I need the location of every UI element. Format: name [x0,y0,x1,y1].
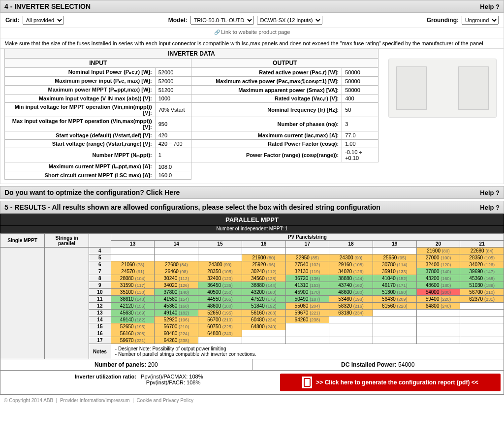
config-cell[interactable]: 60750 (225) [198,323,242,330]
config-cell[interactable]: 37800 (140) [416,268,460,275]
config-cell[interactable]: 34020 (126) [460,261,504,268]
config-cell[interactable]: 56430 (209) [373,296,416,303]
config-cell[interactable]: 49140 (182) [111,316,155,323]
config-cell[interactable]: 52650 (195) [111,323,155,330]
config-cell[interactable]: 30240 (112) [155,275,198,282]
config-cell[interactable]: 28350 (105) [460,254,504,261]
config-cell[interactable]: 21600 (80) [242,254,285,261]
config-cell[interactable]: 21600 (80) [416,248,460,254]
config-cell[interactable]: 24300 (90) [329,254,373,261]
config-cell[interactable]: 34560 (128) [242,275,285,282]
config-cell[interactable]: 44550 (165) [198,296,242,303]
product-page-link[interactable]: Link to website product page [0,28,504,38]
config-cell[interactable]: 56160 (208) [111,330,155,337]
config-cell[interactable]: 64800 (240) [416,303,460,310]
config-cell[interactable]: 22680 (84) [460,248,504,254]
config-cell[interactable]: 38880 (144) [329,275,373,282]
footer-link-1[interactable]: Provider information/Impressum [60,398,130,403]
config-cell[interactable]: 64260 (238) [285,316,329,323]
config-cell[interactable]: 38610 (143) [111,296,155,303]
model-select[interactable]: TRIO-50.0-TL-OUTD [190,16,254,25]
help-link-4[interactable]: Help ? [480,3,500,10]
config-cell[interactable]: 51300 (190) [373,289,416,296]
config-cell[interactable]: 54000 (200) [416,289,460,296]
config-cell[interactable]: 22950 (85) [285,254,329,261]
config-cell[interactable]: 45360 (168) [155,303,198,310]
config-cell[interactable]: 60480 (224) [155,330,198,337]
config-cell[interactable]: 47520 (176) [242,296,285,303]
config-cell[interactable]: 41310 (153) [285,282,329,289]
config-cell[interactable]: 24570 (91) [111,268,155,275]
config-cell[interactable]: 56700 (210) [155,323,198,330]
config-cell[interactable]: 48600 (180) [198,303,242,310]
config-cell[interactable]: 64260 (238) [155,337,198,344]
config-cell[interactable]: 41040 (152) [373,275,416,282]
generate-pdf-button[interactable]: >> Click here to generate the configurat… [280,374,501,391]
config-cell[interactable]: 38880 (144) [242,282,285,289]
footer-link-2[interactable]: Cookie and Privacy Policy [136,398,193,403]
config-cell[interactable]: 50490 (187) [285,296,329,303]
config-cell[interactable]: 56700 (210) [198,316,242,323]
config-cell[interactable]: 30240 (112) [242,268,285,275]
help-link-opt[interactable]: Help ? [480,189,500,196]
config-cell[interactable]: 48600 (180) [329,289,373,296]
config-cell[interactable]: 52650 (195) [198,310,242,316]
config-cell[interactable]: 40500 (150) [198,289,242,296]
config-cell[interactable]: 46170 (171) [373,282,416,289]
config-cell[interactable]: 26460 (98) [155,268,198,275]
config-cell[interactable]: 35100 (130) [111,289,155,296]
config-cell[interactable]: 41580 (154) [155,296,198,303]
config-cell[interactable]: 27000 (100) [416,254,460,261]
config-cell[interactable]: 63180 (234) [329,310,373,316]
config-cell[interactable]: 39690 (147) [460,268,504,275]
config-cell[interactable]: 45900 (170) [285,289,329,296]
config-cell[interactable]: 43740 (162) [329,282,373,289]
config-cell[interactable]: 36720 (136) [285,275,329,282]
config-cell[interactable]: 43200 (160) [242,289,285,296]
config-cell[interactable]: 32130 (119) [285,268,329,275]
config-cell[interactable]: 45360 (168) [460,275,504,282]
config-cell[interactable]: 64800 (240) [198,330,242,337]
config-cell[interactable]: 59670 (221) [111,337,155,344]
config-cell[interactable]: 30780 (114) [373,261,416,268]
config-cell[interactable]: 59400 (220) [416,296,460,303]
config-cell[interactable]: 58320 (216) [329,303,373,310]
config-cell[interactable]: 51030 (189) [460,282,504,289]
config-cell[interactable]: 22680 (84) [155,261,198,268]
config-cell[interactable]: 55080 (204) [285,303,329,310]
config-cell[interactable]: 52920 (196) [155,316,198,323]
grounding-select[interactable]: Unground [462,16,499,25]
config-cell[interactable]: 60480 (224) [242,316,285,323]
config-cell[interactable]: 32400 (120) [416,261,460,268]
config-cell[interactable]: 42120 (156) [111,303,155,310]
config-cell[interactable]: 21060 (78) [111,261,155,268]
config-cell[interactable]: 62370 (231) [460,296,504,303]
config-cell[interactable]: 37800 (140) [155,289,198,296]
config-cell[interactable]: 28350 (105) [198,268,242,275]
config-cell[interactable]: 48600 (180) [416,282,460,289]
config-cell[interactable]: 35910 (133) [373,268,416,275]
config-cell[interactable]: 31590 (117) [111,282,155,289]
config-cell[interactable]: 27540 (102) [285,261,329,268]
variant-select[interactable]: DCWB-SX (12 inputs) [257,16,322,25]
config-cell[interactable]: 61560 (228) [373,303,416,310]
config-cell[interactable]: 43200 (160) [416,275,460,282]
grid-select[interactable]: All provided [23,16,64,25]
optimize-bar[interactable]: Do you want to optmize the configuration… [0,186,504,199]
config-cell[interactable]: 49140 (182) [155,310,198,316]
config-cell[interactable]: 28080 (104) [111,275,155,282]
optimize-text[interactable]: Do you want to optmize the configuration… [4,189,180,196]
config-cell[interactable]: 45630 (169) [111,310,155,316]
config-cell[interactable]: 29160 (108) [329,261,373,268]
config-cell[interactable]: 56160 (208) [242,310,285,316]
help-link-5[interactable]: Help ? [480,204,500,211]
config-cell[interactable]: 64800 (240) [242,323,285,330]
config-cell[interactable]: 36450 (135) [198,282,242,289]
config-cell[interactable]: 59670 (221) [285,310,329,316]
config-cell[interactable]: 34020 (126) [329,268,373,275]
config-cell[interactable]: 51840 (192) [242,303,285,310]
config-cell[interactable]: 53460 (198) [329,296,373,303]
config-cell[interactable]: 56700 (210) [460,289,504,296]
config-cell[interactable]: 25920 (96) [242,261,285,268]
config-cell[interactable]: 34020 (126) [155,282,198,289]
